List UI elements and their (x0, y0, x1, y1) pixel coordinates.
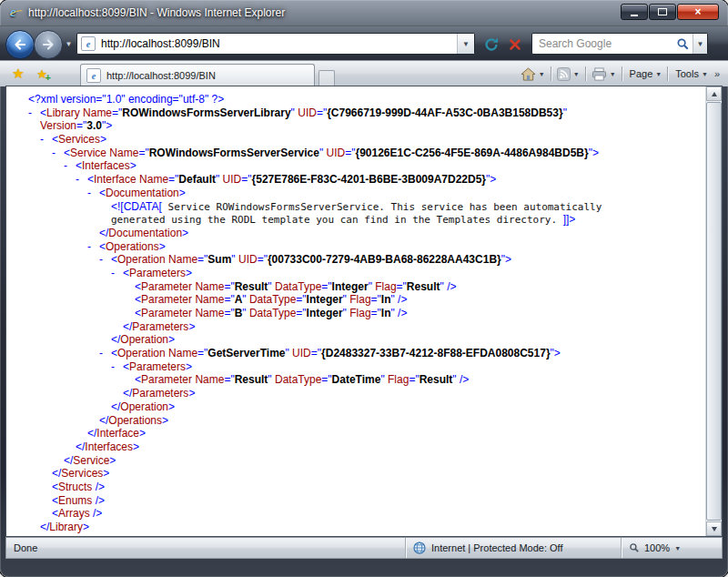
xml-token: < (64, 147, 70, 159)
refresh-button[interactable] (480, 34, 502, 55)
forward-button[interactable] (34, 30, 63, 59)
plus-icon: + (46, 72, 51, 83)
search-placeholder: Search Google (539, 37, 672, 50)
collapse-toggle[interactable]: - (99, 253, 111, 267)
xml-token: =" (197, 347, 207, 359)
xml-token: </ (111, 333, 120, 346)
address-bar[interactable]: e http://localhost:8099/BIN ▼ (76, 33, 475, 55)
xml-token: > (188, 387, 195, 400)
xml-token: Operations (106, 240, 159, 253)
xml-token: Operation (117, 347, 166, 359)
xml-token: =" (224, 373, 234, 386)
xml-token: </ (40, 521, 49, 533)
recent-pages-dropdown[interactable]: ▼ (63, 37, 75, 50)
xml-token: =" (311, 347, 321, 359)
xml-token: > (168, 400, 175, 413)
collapse-toggle[interactable]: - (52, 147, 64, 160)
collapse-toggle[interactable]: - (40, 133, 52, 147)
xml-token: ROWindowsFormsServerLibrary (122, 106, 290, 119)
scroll-down-button[interactable] (706, 521, 722, 536)
collapse-toggle[interactable]: - (87, 240, 99, 254)
scrollbar-thumb[interactable] (706, 102, 722, 521)
xml-line: </Interface> (6, 427, 705, 440)
address-dropdown-button[interactable]: ▼ (457, 34, 474, 54)
print-button[interactable]: ▼ (588, 64, 620, 84)
collapse-toggle[interactable]: - (76, 173, 87, 187)
xml-token: </ (99, 227, 108, 239)
xml-line: generated using the RODL template you ca… (6, 213, 705, 227)
collapse-toggle[interactable]: - (111, 360, 123, 374)
xml-token: < (135, 280, 141, 293)
xml-token: =" (224, 280, 234, 293)
collapse-toggle[interactable]: - (111, 267, 123, 280)
stop-button[interactable] (504, 34, 526, 55)
xml-token: " /> (391, 293, 408, 306)
xml-token: {527E786E-F83C-4201-B6BE-3B009A7D22D5} (252, 173, 486, 186)
xml-line: -<Library Name="ROWindowsFormsServerLibr… (6, 106, 705, 120)
xml-line: -<Parameters> (6, 360, 705, 374)
xml-line: -<Service Name="ROWindowsFormsServerServ… (6, 147, 705, 160)
xml-line: <Structs /> (6, 481, 705, 494)
xml-token: /> (92, 494, 105, 507)
home-button[interactable]: ▼ (517, 64, 549, 84)
search-button[interactable] (672, 34, 693, 54)
xml-token: In (381, 293, 391, 306)
content-area: <?xml version="1.0" encoding="utf-8" ?>-… (5, 86, 723, 537)
page-menu-label: Page (630, 68, 653, 79)
collapse-toggle[interactable]: - (99, 347, 111, 360)
feeds-button[interactable]: ▼ (553, 64, 583, 84)
close-button[interactable]: × (677, 4, 719, 20)
xml-token: < (52, 481, 58, 493)
xml-token: Default (178, 173, 216, 186)
collapse-toggle[interactable]: - (64, 159, 76, 173)
xml-token: </ (99, 414, 108, 427)
add-favorite-button[interactable]: ★ + (31, 64, 53, 84)
xml-token: </ (76, 440, 85, 453)
globe-icon (413, 542, 426, 554)
tab-localhost[interactable]: e http://localhost:8099/BIN (80, 64, 315, 86)
minimize-icon (631, 15, 638, 16)
xml-token: " /> (452, 373, 469, 386)
xml-token: Parameters (132, 320, 188, 333)
xml-token: </ (123, 320, 132, 333)
xml-token: > (139, 427, 146, 440)
xml-token: DataType (247, 293, 297, 306)
xml-line: <![CDATA[ Service ROWindowsFormsServerSe… (6, 200, 705, 214)
tools-menu-button[interactable]: Tools ▼ (670, 64, 712, 84)
window-controls: × (621, 4, 719, 20)
security-zone-section[interactable]: Internet | Protected Mode: Off (405, 538, 621, 558)
xml-line: -<Interface Name="Default" UID="{527E786… (6, 173, 705, 187)
overflow-chevron-button[interactable]: » (712, 68, 723, 79)
search-box[interactable]: Search Google ▼ (531, 33, 708, 55)
xml-token: Integer (307, 293, 343, 306)
xml-token: Library (49, 521, 83, 533)
favorites-center-button[interactable]: ★ (7, 64, 29, 84)
xml-line: -<Services> (6, 133, 705, 147)
back-arrow-icon (13, 37, 27, 52)
xml-line: <Parameter Name="A" DataType="Integer" F… (6, 293, 705, 307)
xml-token: "> (102, 119, 112, 132)
title-bar[interactable]: e http://localhost:8099/BIN - Windows In… (0, 0, 728, 25)
xml-line: </Service> (6, 454, 705, 468)
maximize-button[interactable] (649, 4, 676, 20)
xml-token: Service (73, 454, 109, 467)
xml-token: > (162, 414, 168, 427)
scroll-up-button[interactable] (706, 86, 722, 101)
collapse-toggle[interactable]: - (87, 187, 99, 200)
xml-token: Services (61, 467, 103, 480)
back-button[interactable] (5, 30, 35, 59)
xml-token: </ (87, 427, 96, 440)
xml-token: =" (224, 307, 234, 319)
search-engine-dropdown[interactable]: ▼ (693, 34, 707, 54)
vertical-scrollbar[interactable] (705, 86, 722, 536)
xml-token: DateTime (332, 373, 381, 386)
xml-token: < (111, 253, 117, 266)
xml-token: In (381, 307, 391, 319)
minimize-button[interactable] (621, 4, 648, 20)
xml-token: {D2483327-33B7-4212-8F88-EFDA0808C517} (321, 347, 551, 359)
command-bar: ▼ ▼ ▼ Page ▼ Tools ▼ » (517, 64, 723, 84)
xml-token: Parameter (141, 280, 192, 293)
zoom-control[interactable]: 100% ▼ (621, 538, 722, 558)
page-menu-button[interactable]: Page ▼ (624, 64, 666, 84)
collapse-toggle[interactable]: - (28, 106, 40, 120)
